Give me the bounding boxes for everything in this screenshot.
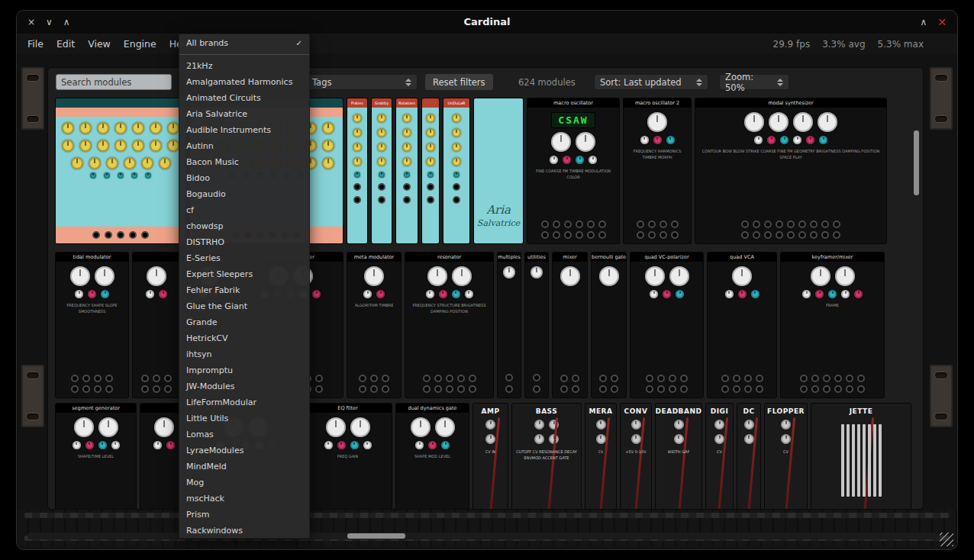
brand-menu-item[interactable]: Prism (179, 507, 309, 523)
knob (89, 157, 101, 169)
search-input[interactable] (56, 74, 172, 90)
module-tile[interactable]: BASSCUTOFF CV RESONANCE DECAY ENVMOD ACC… (512, 404, 581, 510)
brand-menu-item[interactable]: Fehler Fabrik (179, 282, 309, 298)
brand-menu-item[interactable]: Bacon Music (179, 154, 309, 170)
module-tile[interactable]: tidal modulatorFREQUENCY SHAPE SLOPE SMO… (56, 253, 128, 397)
brand-menu-item[interactable]: Rackwindows (179, 523, 309, 539)
module-tile[interactable]: quad VC-polarizer (631, 253, 703, 397)
brand-menu-item[interactable]: 21kHz (179, 58, 309, 74)
knob (88, 290, 96, 298)
brand-menu-item[interactable]: Audible Instruments (179, 122, 309, 138)
module-tile[interactable]: multiples (498, 253, 521, 397)
tags-dropdown[interactable]: Tags (306, 74, 418, 90)
module-tile[interactable]: JETTE (811, 404, 911, 510)
module-faceplate: JETTE (811, 404, 911, 510)
module-tile[interactable]: EQ filterFREQ GAIN (304, 404, 392, 510)
collapse-icon[interactable]: ∧ (920, 17, 927, 27)
brand-menu-item[interactable]: Glue the Giant (179, 298, 309, 314)
module-tile[interactable]: bernoulli gate (592, 253, 626, 397)
module-tile[interactable]: macro oscillator 2FREQUENCY HARMONICS TI… (624, 98, 691, 243)
brand-menu-item[interactable]: Grande (179, 314, 309, 330)
chevron-down-icon[interactable]: ∨ (46, 17, 53, 27)
menu-item-file[interactable]: File (27, 38, 44, 50)
module-tile[interactable]: Rotatoes (396, 98, 418, 243)
module-tile[interactable]: CONV+5V 0-10V (621, 404, 651, 510)
horizontal-scrollbar-thumb[interactable] (347, 533, 405, 539)
brand-menu-item[interactable]: LifeFormModular (179, 394, 309, 410)
module-tile[interactable] (56, 98, 185, 243)
distrho-logo-icon[interactable]: ✕ (937, 16, 947, 28)
module-tile[interactable]: DC (737, 404, 760, 510)
module-faceplate: FLOPPERCV (765, 404, 807, 510)
module-tile[interactable] (133, 253, 180, 397)
module-tile[interactable]: DEADBANDWIDTH GAP (656, 404, 701, 510)
module-title (422, 98, 439, 108)
menu-item-engine[interactable]: Engine (124, 38, 156, 50)
brand-menu-item[interactable]: Lomas (179, 426, 309, 443)
module-tile[interactable]: quad VCA (708, 253, 776, 397)
module-tile[interactable]: Grabby (372, 98, 392, 243)
vertical-scrollbar-thumb[interactable] (914, 130, 919, 195)
knob-row (645, 266, 689, 286)
port-jack (82, 375, 90, 382)
brand-menu-item[interactable]: Expert Sleepers (179, 266, 309, 282)
knob (793, 112, 813, 132)
module-tile[interactable]: keyframer/mixerFRAME (781, 253, 884, 397)
module-tile[interactable]: AMPCV IN (473, 404, 508, 510)
module-tile[interactable]: FLOPPERCV (765, 404, 807, 510)
module-tile[interactable]: segment generatorSHAPE/TIME LEVEL (56, 404, 136, 510)
brand-menu-item[interactable]: Little Utils (179, 410, 309, 426)
horizontal-scrollbar-track[interactable] (27, 533, 937, 539)
knob (802, 290, 811, 298)
brand-menu-item[interactable]: chowdsp (179, 218, 309, 234)
knob (426, 157, 435, 166)
brand-menu-item[interactable]: HetrickCV (179, 330, 309, 346)
module-tile[interactable] (422, 98, 439, 243)
module-tile[interactable]: utilities (525, 253, 548, 397)
resize-grip[interactable] (940, 533, 953, 546)
module-title: Rotatoes (396, 98, 418, 108)
port-jack (587, 231, 595, 239)
brand-menu-item[interactable]: Mog (179, 475, 309, 491)
brand-menu-item[interactable]: ihtsyn (179, 346, 309, 362)
brand-menu-item[interactable]: Bogaudio (179, 186, 309, 202)
brand-menu-item[interactable]: Bidoo (179, 170, 309, 186)
chevron-up-icon[interactable]: ∧ (63, 17, 70, 27)
brand-menu-item[interactable]: Impromptu (179, 362, 309, 378)
module-tile[interactable]: meta modulatorALGORITHM TIMBRE (347, 253, 401, 397)
brand-menu-item[interactable]: All brands✓ (179, 34, 309, 52)
brand-menu-item[interactable]: mscHack (179, 491, 309, 507)
brand-menu-item[interactable]: Amalgamated Harmonics (179, 74, 309, 90)
knob (818, 112, 837, 132)
module-tile[interactable]: dual dynamics gateSHAPE MOD LEVEL (396, 404, 469, 510)
menu-item-view[interactable]: View (88, 38, 111, 50)
module-tile[interactable]: mixer (553, 253, 587, 397)
brand-menu-item[interactable]: Aria Salvatrice (179, 106, 309, 122)
sort-dropdown[interactable]: Sort: Last updated (594, 74, 708, 90)
brand-menu-item[interactable]: Animated Circuits (179, 90, 309, 106)
module-tile[interactable]: Pokies (347, 98, 367, 243)
reset-filters-button[interactable]: Reset filters (425, 74, 493, 90)
zoom-dropdown[interactable]: Zoom: 50% (719, 74, 789, 90)
brand-menu-item[interactable]: LyraeModules (179, 443, 309, 459)
module-faceplate: FREQUENCY HARMONICS TIMBRE MORPH (624, 108, 691, 243)
module-tile[interactable]: DIGICV (706, 404, 733, 510)
port-rows (71, 375, 113, 395)
brand-menu-item[interactable]: Autinn (179, 138, 309, 154)
brand-menu-item[interactable]: cf (179, 202, 309, 218)
module-tile[interactable]: modal synthesizerCONTOUR BOW BLOW STRIKE… (695, 98, 886, 243)
titlebar[interactable]: Cardinal ×∨∧ ∧✕ (17, 11, 957, 34)
knob-row (146, 290, 167, 298)
module-tile[interactable]: AriaSalvatrice (474, 98, 523, 243)
module-tile[interactable]: MERACV (585, 404, 616, 510)
port-jack (71, 385, 79, 393)
brand-menu-item[interactable]: JW-Modules (179, 378, 309, 394)
brand-menu-item[interactable]: DISTRHO (179, 234, 309, 250)
brand-menu-item[interactable]: MindMeld (179, 459, 309, 475)
module-tile[interactable]: resonatorFREQUENCY STRUCTURE BRIGHTNESS … (405, 253, 493, 397)
module-tile[interactable]: macro oscillatorCSAWFINE COARSE FM TIMBR… (527, 98, 619, 243)
menu-item-edit[interactable]: Edit (56, 38, 75, 50)
brand-menu-item[interactable]: E-Series (179, 250, 309, 266)
close-icon[interactable]: × (27, 17, 35, 27)
module-tile[interactable]: UnDuLaR (443, 98, 469, 243)
